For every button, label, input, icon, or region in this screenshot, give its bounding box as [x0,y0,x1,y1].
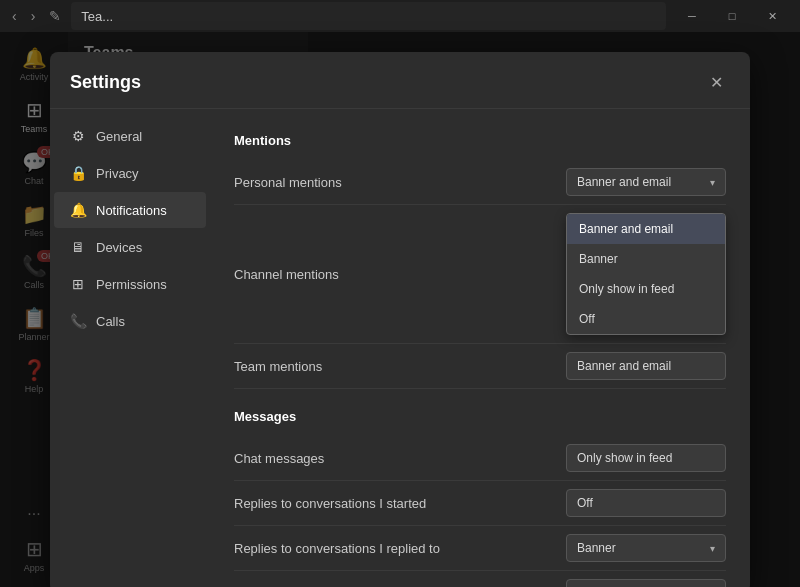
channel-mentions-option-banner-email[interactable]: Banner and email [567,214,725,244]
chat-messages-row: Chat messages Only show in feed [234,436,726,481]
compose-button[interactable]: ✎ [45,6,65,26]
personal-mentions-label: Personal mentions [234,175,566,190]
back-button[interactable]: ‹ [8,6,21,26]
nav-item-notifications[interactable]: 🔔 Notifications [54,192,206,228]
forward-button[interactable]: › [27,6,40,26]
replies-started-dropdown[interactable]: Off [566,489,726,517]
chat-messages-dropdown[interactable]: Only show in feed [566,444,726,472]
calls-nav-icon: 📞 [70,313,86,329]
replies-started-value: Off [577,496,593,510]
nav-label-permissions: Permissions [96,277,167,292]
replies-replied-row: Replies to conversations I replied to Ba… [234,526,726,571]
top-bar: ‹ › ✎ Tea... ─ □ ✕ [0,0,800,32]
settings-content: Mentions Personal mentions Banner and em… [210,109,750,587]
minimize-button[interactable]: ─ [672,2,712,30]
modal-overlay: Settings ✕ ⚙ General 🔒 Privacy [0,32,800,587]
chat-messages-label: Chat messages [234,451,566,466]
replies-replied-arrow: ▾ [710,543,715,554]
nav-label-calls: Calls [96,314,125,329]
channel-mentions-option-off[interactable]: Off [567,304,725,334]
general-icon: ⚙ [70,128,86,144]
nav-item-permissions[interactable]: ⊞ Permissions [54,266,206,302]
mentions-section-header: Mentions [234,133,726,148]
chat-messages-value: Only show in feed [577,451,672,465]
channel-mentions-option-feed[interactable]: Only show in feed [567,274,725,304]
window-close-button[interactable]: ✕ [752,2,792,30]
channel-mentions-dropdown-open[interactable]: Banner and email Banner Only show in fee… [566,213,726,335]
replies-replied-label: Replies to conversations I replied to [234,541,566,556]
settings-title: Settings [70,72,141,93]
personal-mentions-dropdown[interactable]: Banner and email ▾ [566,168,726,196]
privacy-icon: 🔒 [70,165,86,181]
maximize-button[interactable]: □ [712,2,752,30]
team-mentions-value: Banner and email [577,359,671,373]
replies-started-label: Replies to conversations I started [234,496,566,511]
nav-item-calls[interactable]: 📞 Calls [54,303,206,339]
nav-item-privacy[interactable]: 🔒 Privacy [54,155,206,191]
channel-mentions-option-banner[interactable]: Banner [567,244,725,274]
permissions-icon: ⊞ [70,276,86,292]
channel-mentions-label: Channel mentions [234,267,566,282]
personal-mentions-row: Personal mentions Banner and email ▾ [234,160,726,205]
settings-header: Settings ✕ [50,52,750,109]
settings-close-button[interactable]: ✕ [702,68,730,96]
likes-reactions-row: Likes and reactions Banner ▾ [234,571,726,587]
notifications-icon: 🔔 [70,202,86,218]
nav-label-privacy: Privacy [96,166,139,181]
messages-section-header: Messages [234,409,726,424]
replies-replied-dropdown[interactable]: Banner ▾ [566,534,726,562]
team-mentions-row: Team mentions Banner and email [234,344,726,389]
settings-dialog: Settings ✕ ⚙ General 🔒 Privacy [50,52,750,587]
devices-icon: 🖥 [70,239,86,255]
nav-label-notifications: Notifications [96,203,167,218]
team-mentions-dropdown[interactable]: Banner and email [566,352,726,380]
app-title: Tea... [81,9,113,24]
nav-label-devices: Devices [96,240,142,255]
settings-body: ⚙ General 🔒 Privacy 🔔 Notifications [50,109,750,587]
nav-label-general: General [96,129,142,144]
replies-started-row: Replies to conversations I started Off [234,481,726,526]
replies-replied-value: Banner [577,541,616,555]
nav-item-general[interactable]: ⚙ General [54,118,206,154]
nav-item-devices[interactable]: 🖥 Devices [54,229,206,265]
personal-mentions-value: Banner and email [577,175,671,189]
settings-nav: ⚙ General 🔒 Privacy 🔔 Notifications [50,109,210,587]
personal-mentions-arrow: ▾ [710,177,715,188]
channel-mentions-dropdown-container: Banner and email Banner Only show in fee… [566,213,726,335]
team-mentions-label: Team mentions [234,359,566,374]
channel-mentions-row: Channel mentions Banner and email Banner… [234,205,726,344]
likes-reactions-dropdown[interactable]: Banner ▾ [566,579,726,587]
